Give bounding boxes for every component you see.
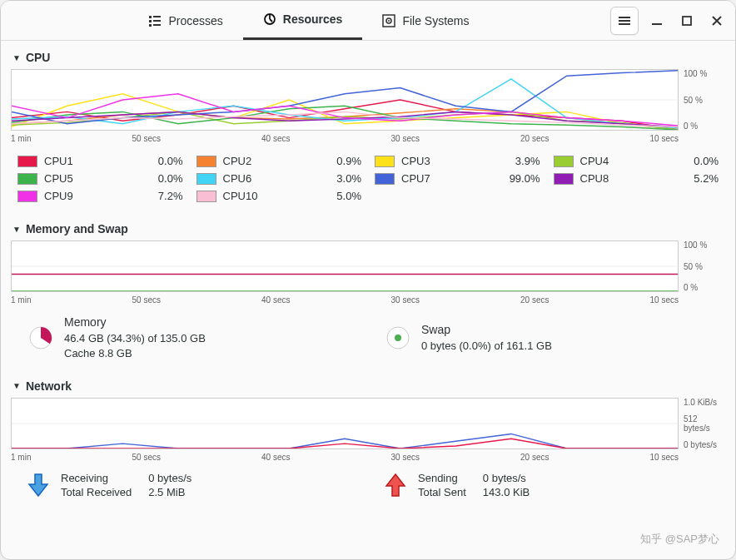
cpu-percentage: 0.9% <box>336 155 361 167</box>
memory-section: ▼ Memory and Swap 100 % 50 % 0 % 1 min50… <box>11 217 725 368</box>
xaxis-label: 10 secs <box>649 295 678 305</box>
tab-processes-label: Processes <box>168 14 222 27</box>
chevron-down-icon: ▼ <box>12 225 21 234</box>
yaxis-label: 0 % <box>684 283 725 292</box>
memory-usage: 46.4 GB (34.3%) of 135.0 GB <box>64 331 206 346</box>
network-xaxis: 1 min50 secs40 secs30 secs20 secs10 secs <box>11 449 725 465</box>
cpu-percentage: 0.0% <box>158 172 183 185</box>
yaxis-label: 0 bytes/s <box>684 440 725 449</box>
total-sent-label: Total Sent <box>418 486 466 498</box>
xaxis-label: 1 min <box>11 295 31 305</box>
xaxis-label: 40 secs <box>261 295 290 305</box>
xaxis-label: 30 secs <box>390 295 419 305</box>
swap-title: Swap <box>421 322 552 339</box>
xaxis-label: 50 secs <box>132 295 160 305</box>
svg-rect-10 <box>619 17 630 18</box>
yaxis-label: 100 % <box>684 69 725 78</box>
titlebar: Processes Resources File Systems <box>1 1 735 41</box>
tab-switcher: Processes Resources File Systems <box>7 2 610 40</box>
svg-point-19 <box>395 335 401 341</box>
sending-label: Sending <box>418 472 466 484</box>
cpu-section-title: CPU <box>26 51 51 64</box>
minimize-button[interactable] <box>645 9 669 32</box>
svg-rect-4 <box>149 24 152 27</box>
cpu-legend-item[interactable]: CPU7 99.0% <box>375 172 540 185</box>
network-chart <box>11 398 679 449</box>
total-received-label: Total Received <box>61 486 132 498</box>
cpu-name: CPU10 <box>223 190 331 202</box>
cpu-legend-item[interactable]: CPU3 3.9% <box>375 155 540 167</box>
network-section-header[interactable]: ▼ Network <box>11 374 725 398</box>
svg-rect-12 <box>619 23 630 25</box>
sending-block: Sending 0 bytes/s Total Sent 143.0 KiB <box>385 472 709 498</box>
cpu-name: CPU8 <box>580 172 688 185</box>
cpu-percentage: 3.9% <box>515 155 540 167</box>
cpu-section-header[interactable]: ▼ CPU <box>11 46 725 69</box>
xaxis-label: 30 secs <box>390 134 419 143</box>
filesystems-icon <box>382 14 395 27</box>
color-swatch <box>375 156 395 167</box>
memory-section-header[interactable]: ▼ Memory and Swap <box>11 217 725 240</box>
cpu-legend-item[interactable]: CPU4 0.0% <box>554 155 719 167</box>
xaxis-label: 1 min <box>11 453 31 462</box>
cpu-name: CPU9 <box>44 190 152 202</box>
maximize-button[interactable] <box>675 9 699 32</box>
cpu-legend-item[interactable]: CPU5 0.0% <box>17 172 183 185</box>
color-swatch <box>17 173 37 185</box>
color-swatch <box>196 173 216 185</box>
receiving-block: Receiving 0 bytes/s Total Received 2.5 M… <box>27 472 351 498</box>
color-swatch <box>375 173 395 185</box>
tab-filesystems[interactable]: File Systems <box>362 2 489 40</box>
download-arrow-icon <box>27 473 49 498</box>
network-section: ▼ Network 1.0 KiB/s 512 bytes/s 0 bytes/… <box>11 374 725 505</box>
cpu-name: CPU6 <box>223 172 331 185</box>
cpu-name: CPU2 <box>223 155 331 167</box>
cpu-percentage: 5.2% <box>694 172 719 185</box>
hamburger-menu-button[interactable] <box>610 7 639 35</box>
svg-rect-13 <box>652 23 662 25</box>
cpu-legend-item[interactable]: CPU10 5.0% <box>196 190 362 202</box>
xaxis-label: 1 min <box>11 134 31 143</box>
sending-rate: 0 bytes/s <box>483 472 530 484</box>
color-swatch <box>17 156 37 167</box>
chevron-down-icon: ▼ <box>12 53 21 62</box>
cpu-section: ▼ CPU 100 % 50 % 0 % 1 min50 secs40 secs… <box>11 46 725 211</box>
receiving-rate: 0 bytes/s <box>148 472 191 484</box>
system-monitor-window: Processes Resources File Systems <box>0 0 736 560</box>
cpu-legend-item[interactable]: CPU2 0.9% <box>196 155 362 167</box>
cpu-legend-item[interactable]: CPU1 0.0% <box>17 155 183 167</box>
cpu-percentage: 99.0% <box>510 172 540 185</box>
memory-chart <box>11 240 679 292</box>
svg-rect-1 <box>153 16 161 17</box>
chevron-down-icon: ▼ <box>12 381 21 390</box>
yaxis-label: 50 % <box>684 262 725 271</box>
tab-filesystems-label: File Systems <box>402 14 469 27</box>
memory-section-title: Memory and Swap <box>26 222 128 235</box>
cpu-yaxis: 100 % 50 % 0 % <box>679 69 725 131</box>
cpu-percentage: 0.0% <box>694 155 719 167</box>
yaxis-label: 1.0 KiB/s <box>684 398 725 407</box>
xaxis-label: 20 secs <box>520 453 549 462</box>
xaxis-label: 10 secs <box>649 453 678 462</box>
cpu-legend-item[interactable]: CPU6 3.0% <box>196 172 362 185</box>
processes-icon <box>148 14 162 27</box>
cpu-legend-item[interactable]: CPU9 7.2% <box>17 190 183 202</box>
total-received-value: 2.5 MiB <box>148 486 191 498</box>
cpu-legend-item[interactable]: CPU8 5.2% <box>554 172 719 185</box>
yaxis-label: 100 % <box>684 240 725 250</box>
swap-pie-icon <box>385 325 411 351</box>
memory-yaxis: 100 % 50 % 0 % <box>679 240 725 292</box>
color-swatch <box>17 191 37 202</box>
tab-resources[interactable]: Resources <box>243 2 363 40</box>
memory-block: Memory 46.4 GB (34.3%) of 135.0 GB Cache… <box>27 315 351 361</box>
cpu-name: CPU3 <box>401 155 509 167</box>
tab-processes[interactable]: Processes <box>128 2 242 40</box>
close-button[interactable] <box>705 9 729 32</box>
svg-rect-0 <box>149 16 152 18</box>
xaxis-label: 40 secs <box>261 134 290 143</box>
yaxis-label: 50 % <box>684 96 725 105</box>
yaxis-label: 512 bytes/s <box>684 414 725 433</box>
total-sent-value: 143.0 KiB <box>483 486 530 498</box>
xaxis-label: 50 secs <box>132 134 160 143</box>
color-swatch <box>554 173 574 185</box>
